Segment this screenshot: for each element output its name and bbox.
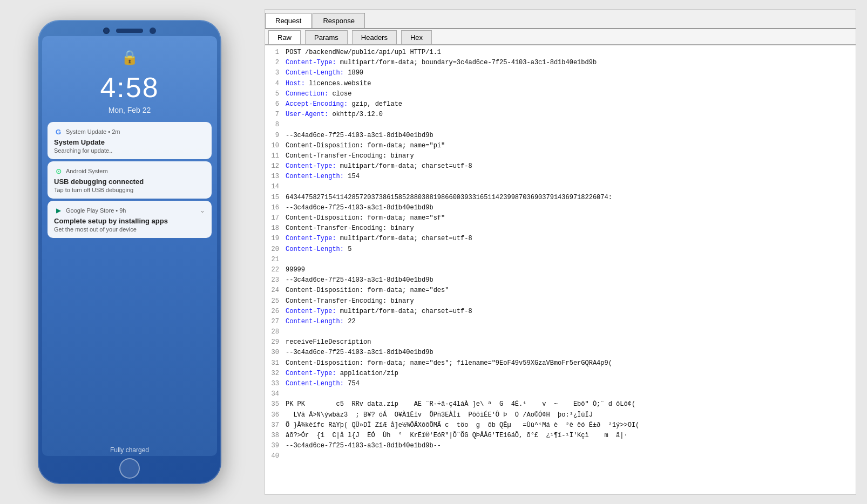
tab-response[interactable]: Response bbox=[313, 13, 365, 28]
code-line: 1564344758271541142857203738615852880388… bbox=[265, 193, 856, 203]
line-content: Content-Disposition: form-data; name="sf… bbox=[286, 213, 856, 223]
line-content: Content-Disposition: form-data; name="de… bbox=[286, 358, 856, 369]
notif-body-2: Tap to turn off USB debugging bbox=[54, 187, 205, 193]
line-number: 8 bbox=[265, 120, 286, 130]
line-number: 16 bbox=[265, 203, 286, 213]
line-number: 10 bbox=[265, 141, 286, 151]
line-number: 18 bbox=[265, 223, 286, 234]
code-line: 32Content-Type: application/zip bbox=[265, 369, 856, 379]
code-line: 3Content-Length: 1890 bbox=[265, 68, 856, 78]
notif-header-1: G System Update • 2m bbox=[54, 127, 205, 136]
line-number: 24 bbox=[265, 285, 286, 296]
line-number: 37 bbox=[265, 420, 286, 431]
line-number: 11 bbox=[265, 151, 286, 161]
line-content: --3c4ad6ce-7f25-4103-a3c1-8d1b40e1bd9b bbox=[286, 131, 856, 141]
line-number: 17 bbox=[265, 213, 286, 223]
phone-date: Mon, Feb 22 bbox=[109, 106, 151, 114]
notif-body-1: Searching for update.. bbox=[54, 147, 205, 154]
phone-charged-text: Fully charged bbox=[110, 446, 149, 454]
main-tabs-row: Request Response bbox=[265, 10, 856, 29]
notification-android-system[interactable]: ⊙ Android System USB debugging connected… bbox=[48, 161, 212, 199]
line-number: 6 bbox=[265, 99, 286, 110]
line-number: 36 bbox=[265, 410, 286, 420]
line-number: 40 bbox=[265, 451, 286, 461]
line-content: receiveFileDescription bbox=[286, 337, 856, 348]
line-number: 14 bbox=[265, 182, 286, 192]
line-number: 30 bbox=[265, 348, 286, 358]
code-line: 21 bbox=[265, 255, 856, 265]
line-number: 7 bbox=[265, 110, 286, 120]
code-line: 13Content-Length: 154 bbox=[265, 172, 856, 182]
phone-home-button[interactable] bbox=[119, 458, 140, 479]
line-number: 20 bbox=[265, 244, 286, 255]
code-line: 10Content-Disposition: form-data; name="… bbox=[265, 141, 856, 151]
code-area[interactable]: 1POST /backendNew/public/api/upl HTTP/1.… bbox=[265, 45, 856, 494]
code-line: 4Host: licences.website bbox=[265, 79, 856, 89]
code-line: 5Connection: close bbox=[265, 89, 856, 99]
phone-top-bar bbox=[38, 20, 221, 34]
line-content: Content-Transfer-Encoding: binary bbox=[286, 223, 856, 234]
phone-speaker bbox=[116, 29, 143, 33]
line-number: 13 bbox=[265, 172, 286, 182]
line-content: PK PK c5 RRv data.zip AE ¨R-÷ä-ç4láÀ ]e\… bbox=[286, 399, 856, 410]
code-line: 9--3c4ad6ce-7f25-4103-a3c1-8d1b40e1bd9b bbox=[265, 131, 856, 141]
line-content: LVä Ä>N\ýwbàz3 ; B¥? óÁ O¥À1Ëïv ÕPñ3EÀÌì… bbox=[286, 410, 856, 420]
code-line: 20Content-Length: 5 bbox=[265, 244, 856, 255]
line-number: 27 bbox=[265, 317, 286, 327]
phone-container: 🔒 4:58 Mon, Feb 22 G System Update • 2m … bbox=[16, 9, 243, 495]
sub-tabs-row: Raw Params Headers Hex bbox=[265, 29, 856, 45]
notification-google-play[interactable]: ▶ Google Play Store • 9h ⌄ Complete setu… bbox=[48, 201, 212, 238]
notif-title-3: Complete setup by installing apps bbox=[54, 217, 205, 225]
line-content: Content-Length: 5 bbox=[286, 244, 856, 255]
subtab-hex[interactable]: Hex bbox=[401, 30, 432, 44]
line-number: 39 bbox=[265, 441, 286, 451]
code-line: 8 bbox=[265, 120, 856, 130]
subtab-headers[interactable]: Headers bbox=[352, 30, 397, 44]
notification-system-update[interactable]: G System Update • 2m System Update Searc… bbox=[48, 122, 212, 159]
line-content: Content-Length: 1890 bbox=[286, 68, 856, 78]
code-line: 27Content-Length: 22 bbox=[265, 317, 856, 327]
line-content: Content-Disposition: form-data; name="pi… bbox=[286, 141, 856, 151]
line-content bbox=[286, 120, 856, 130]
code-line: 2299999 bbox=[265, 265, 856, 275]
notif-body-3: Get the most out of your device bbox=[54, 226, 205, 233]
notif-app-name-2: Android System bbox=[66, 168, 205, 174]
line-content bbox=[286, 451, 856, 461]
code-line: 25Content-Transfer-Encoding: binary bbox=[265, 296, 856, 307]
line-content bbox=[286, 255, 856, 265]
notif-app-name-1: System Update • 2m bbox=[66, 128, 205, 135]
code-line: 35PK PK c5 RRv data.zip AE ¨R-÷ä-ç4láÀ ]… bbox=[265, 399, 856, 410]
google-g-icon: G bbox=[54, 127, 63, 136]
phone-screen: 🔒 4:58 Mon, Feb 22 G System Update • 2m … bbox=[42, 36, 217, 456]
notif-title-1: System Update bbox=[54, 138, 205, 146]
code-line: 6Accept-Encoding: gzip, deflate bbox=[265, 99, 856, 110]
phone-camera-right bbox=[150, 28, 156, 34]
line-number: 21 bbox=[265, 255, 286, 265]
code-line: 7User-Agent: okhttp/3.12.0 bbox=[265, 110, 856, 120]
line-content: POST /backendNew/public/api/upl HTTP/1.1 bbox=[286, 47, 856, 58]
subtab-params[interactable]: Params bbox=[305, 30, 348, 44]
line-number: 25 bbox=[265, 296, 286, 307]
code-line: 12Content-Type: multipart/form-data; cha… bbox=[265, 161, 856, 172]
code-line: 34 bbox=[265, 389, 856, 399]
line-content: Host: licences.website bbox=[286, 79, 856, 89]
line-content bbox=[286, 389, 856, 399]
code-line: 40 bbox=[265, 451, 856, 461]
phone-bottom-area bbox=[38, 458, 221, 484]
http-panel: Request Response Raw Params Headers Hex … bbox=[265, 9, 856, 495]
line-content: âõ?>Ór {1 C|å l{J ËÓ Ùh ° KrËï®'ËóR"|Õ¨Õ… bbox=[286, 431, 856, 441]
lock-icon: 🔒 bbox=[121, 49, 138, 66]
line-content: Content-Length: 154 bbox=[286, 172, 856, 182]
subtab-raw[interactable]: Raw bbox=[268, 30, 301, 44]
tab-request[interactable]: Request bbox=[265, 13, 311, 28]
line-number: 22 bbox=[265, 265, 286, 275]
code-line: 26Content-Type: multipart/form-data; cha… bbox=[265, 307, 856, 317]
code-line: 11Content-Transfer-Encoding: binary bbox=[265, 151, 856, 161]
line-number: 23 bbox=[265, 275, 286, 285]
line-content: Content-Disposition: form-data; name="de… bbox=[286, 285, 856, 296]
play-store-icon: ▶ bbox=[54, 206, 63, 215]
code-line: 1POST /backendNew/public/api/upl HTTP/1.… bbox=[265, 47, 856, 58]
code-line: 30--3c4ad6ce-7f25-4103-a3c1-8d1b40e1bd9b bbox=[265, 348, 856, 358]
line-content: Content-Type: application/zip bbox=[286, 369, 856, 379]
code-line: 18Content-Transfer-Encoding: binary bbox=[265, 223, 856, 234]
